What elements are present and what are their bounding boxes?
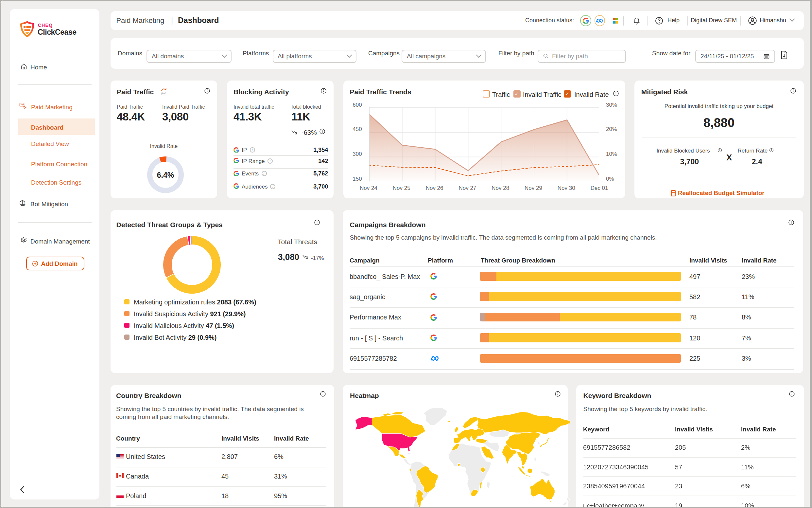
svg-text:6.4%: 6.4% [157,171,174,179]
svg-text:AD: AD [20,103,24,106]
